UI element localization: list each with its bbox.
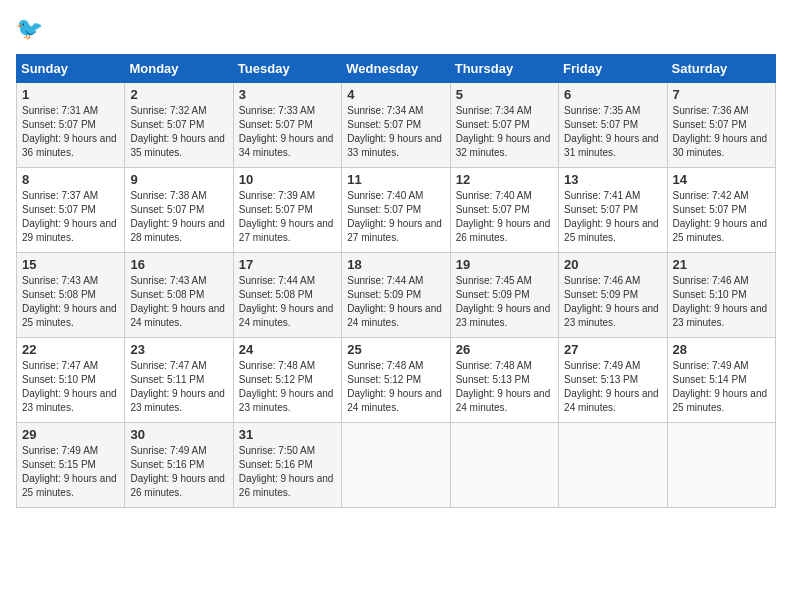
calendar-cell: 19 Sunrise: 7:45 AMSunset: 5:09 PMDaylig… xyxy=(450,253,558,338)
cell-info: Sunrise: 7:43 AMSunset: 5:08 PMDaylight:… xyxy=(22,275,117,328)
calendar-cell: 28 Sunrise: 7:49 AMSunset: 5:14 PMDaylig… xyxy=(667,338,775,423)
day-number: 29 xyxy=(22,427,119,442)
day-number: 4 xyxy=(347,87,444,102)
calendar-cell: 29 Sunrise: 7:49 AMSunset: 5:15 PMDaylig… xyxy=(17,423,125,508)
cell-info: Sunrise: 7:37 AMSunset: 5:07 PMDaylight:… xyxy=(22,190,117,243)
day-number: 24 xyxy=(239,342,336,357)
calendar-cell: 18 Sunrise: 7:44 AMSunset: 5:09 PMDaylig… xyxy=(342,253,450,338)
day-number: 3 xyxy=(239,87,336,102)
cell-info: Sunrise: 7:49 AMSunset: 5:14 PMDaylight:… xyxy=(673,360,768,413)
cell-info: Sunrise: 7:48 AMSunset: 5:12 PMDaylight:… xyxy=(347,360,442,413)
cell-info: Sunrise: 7:34 AMSunset: 5:07 PMDaylight:… xyxy=(456,105,551,158)
day-number: 20 xyxy=(564,257,661,272)
day-of-week-header: Tuesday xyxy=(233,55,341,83)
cell-info: Sunrise: 7:35 AMSunset: 5:07 PMDaylight:… xyxy=(564,105,659,158)
calendar-cell: 14 Sunrise: 7:42 AMSunset: 5:07 PMDaylig… xyxy=(667,168,775,253)
day-number: 13 xyxy=(564,172,661,187)
day-number: 12 xyxy=(456,172,553,187)
day-number: 27 xyxy=(564,342,661,357)
day-number: 5 xyxy=(456,87,553,102)
day-number: 8 xyxy=(22,172,119,187)
calendar-cell: 12 Sunrise: 7:40 AMSunset: 5:07 PMDaylig… xyxy=(450,168,558,253)
cell-info: Sunrise: 7:48 AMSunset: 5:13 PMDaylight:… xyxy=(456,360,551,413)
cell-info: Sunrise: 7:45 AMSunset: 5:09 PMDaylight:… xyxy=(456,275,551,328)
day-number: 18 xyxy=(347,257,444,272)
day-number: 22 xyxy=(22,342,119,357)
cell-info: Sunrise: 7:49 AMSunset: 5:15 PMDaylight:… xyxy=(22,445,117,498)
calendar-cell: 6 Sunrise: 7:35 AMSunset: 5:07 PMDayligh… xyxy=(559,83,667,168)
day-of-week-header: Monday xyxy=(125,55,233,83)
cell-info: Sunrise: 7:31 AMSunset: 5:07 PMDaylight:… xyxy=(22,105,117,158)
cell-info: Sunrise: 7:36 AMSunset: 5:07 PMDaylight:… xyxy=(673,105,768,158)
cell-info: Sunrise: 7:46 AMSunset: 5:10 PMDaylight:… xyxy=(673,275,768,328)
day-of-week-header: Sunday xyxy=(17,55,125,83)
calendar-cell: 2 Sunrise: 7:32 AMSunset: 5:07 PMDayligh… xyxy=(125,83,233,168)
day-number: 19 xyxy=(456,257,553,272)
calendar-cell: 24 Sunrise: 7:48 AMSunset: 5:12 PMDaylig… xyxy=(233,338,341,423)
calendar-cell: 8 Sunrise: 7:37 AMSunset: 5:07 PMDayligh… xyxy=(17,168,125,253)
day-number: 15 xyxy=(22,257,119,272)
logo: 🐦 xyxy=(16,16,43,42)
calendar-cell: 31 Sunrise: 7:50 AMSunset: 5:16 PMDaylig… xyxy=(233,423,341,508)
day-number: 23 xyxy=(130,342,227,357)
day-number: 30 xyxy=(130,427,227,442)
cell-info: Sunrise: 7:48 AMSunset: 5:12 PMDaylight:… xyxy=(239,360,334,413)
calendar-cell: 30 Sunrise: 7:49 AMSunset: 5:16 PMDaylig… xyxy=(125,423,233,508)
day-number: 2 xyxy=(130,87,227,102)
calendar-cell: 21 Sunrise: 7:46 AMSunset: 5:10 PMDaylig… xyxy=(667,253,775,338)
calendar-cell: 7 Sunrise: 7:36 AMSunset: 5:07 PMDayligh… xyxy=(667,83,775,168)
day-number: 16 xyxy=(130,257,227,272)
day-number: 17 xyxy=(239,257,336,272)
calendar-cell: 9 Sunrise: 7:38 AMSunset: 5:07 PMDayligh… xyxy=(125,168,233,253)
calendar-cell: 11 Sunrise: 7:40 AMSunset: 5:07 PMDaylig… xyxy=(342,168,450,253)
cell-info: Sunrise: 7:44 AMSunset: 5:09 PMDaylight:… xyxy=(347,275,442,328)
calendar-cell: 27 Sunrise: 7:49 AMSunset: 5:13 PMDaylig… xyxy=(559,338,667,423)
day-number: 10 xyxy=(239,172,336,187)
day-number: 11 xyxy=(347,172,444,187)
cell-info: Sunrise: 7:43 AMSunset: 5:08 PMDaylight:… xyxy=(130,275,225,328)
calendar-cell: 23 Sunrise: 7:47 AMSunset: 5:11 PMDaylig… xyxy=(125,338,233,423)
calendar-cell xyxy=(559,423,667,508)
cell-info: Sunrise: 7:40 AMSunset: 5:07 PMDaylight:… xyxy=(456,190,551,243)
cell-info: Sunrise: 7:40 AMSunset: 5:07 PMDaylight:… xyxy=(347,190,442,243)
day-number: 7 xyxy=(673,87,770,102)
day-number: 28 xyxy=(673,342,770,357)
cell-info: Sunrise: 7:38 AMSunset: 5:07 PMDaylight:… xyxy=(130,190,225,243)
cell-info: Sunrise: 7:32 AMSunset: 5:07 PMDaylight:… xyxy=(130,105,225,158)
cell-info: Sunrise: 7:46 AMSunset: 5:09 PMDaylight:… xyxy=(564,275,659,328)
calendar-cell xyxy=(450,423,558,508)
cell-info: Sunrise: 7:50 AMSunset: 5:16 PMDaylight:… xyxy=(239,445,334,498)
day-number: 1 xyxy=(22,87,119,102)
calendar-cell: 1 Sunrise: 7:31 AMSunset: 5:07 PMDayligh… xyxy=(17,83,125,168)
calendar-cell: 26 Sunrise: 7:48 AMSunset: 5:13 PMDaylig… xyxy=(450,338,558,423)
cell-info: Sunrise: 7:33 AMSunset: 5:07 PMDaylight:… xyxy=(239,105,334,158)
cell-info: Sunrise: 7:47 AMSunset: 5:10 PMDaylight:… xyxy=(22,360,117,413)
calendar-cell: 16 Sunrise: 7:43 AMSunset: 5:08 PMDaylig… xyxy=(125,253,233,338)
cell-info: Sunrise: 7:44 AMSunset: 5:08 PMDaylight:… xyxy=(239,275,334,328)
calendar-cell xyxy=(667,423,775,508)
calendar-cell xyxy=(342,423,450,508)
calendar-cell: 25 Sunrise: 7:48 AMSunset: 5:12 PMDaylig… xyxy=(342,338,450,423)
calendar-cell: 3 Sunrise: 7:33 AMSunset: 5:07 PMDayligh… xyxy=(233,83,341,168)
cell-info: Sunrise: 7:39 AMSunset: 5:07 PMDaylight:… xyxy=(239,190,334,243)
logo-bird-icon: 🐦 xyxy=(16,16,43,41)
calendar-cell: 17 Sunrise: 7:44 AMSunset: 5:08 PMDaylig… xyxy=(233,253,341,338)
calendar-cell: 13 Sunrise: 7:41 AMSunset: 5:07 PMDaylig… xyxy=(559,168,667,253)
day-number: 14 xyxy=(673,172,770,187)
day-number: 6 xyxy=(564,87,661,102)
day-number: 21 xyxy=(673,257,770,272)
day-of-week-header: Wednesday xyxy=(342,55,450,83)
calendar-cell: 22 Sunrise: 7:47 AMSunset: 5:10 PMDaylig… xyxy=(17,338,125,423)
cell-info: Sunrise: 7:42 AMSunset: 5:07 PMDaylight:… xyxy=(673,190,768,243)
calendar-table: SundayMondayTuesdayWednesdayThursdayFrid… xyxy=(16,54,776,508)
calendar-cell: 15 Sunrise: 7:43 AMSunset: 5:08 PMDaylig… xyxy=(17,253,125,338)
cell-info: Sunrise: 7:49 AMSunset: 5:13 PMDaylight:… xyxy=(564,360,659,413)
cell-info: Sunrise: 7:49 AMSunset: 5:16 PMDaylight:… xyxy=(130,445,225,498)
calendar-cell: 5 Sunrise: 7:34 AMSunset: 5:07 PMDayligh… xyxy=(450,83,558,168)
day-of-week-header: Friday xyxy=(559,55,667,83)
day-number: 25 xyxy=(347,342,444,357)
day-number: 9 xyxy=(130,172,227,187)
calendar-cell: 10 Sunrise: 7:39 AMSunset: 5:07 PMDaylig… xyxy=(233,168,341,253)
day-of-week-header: Saturday xyxy=(667,55,775,83)
day-number: 26 xyxy=(456,342,553,357)
